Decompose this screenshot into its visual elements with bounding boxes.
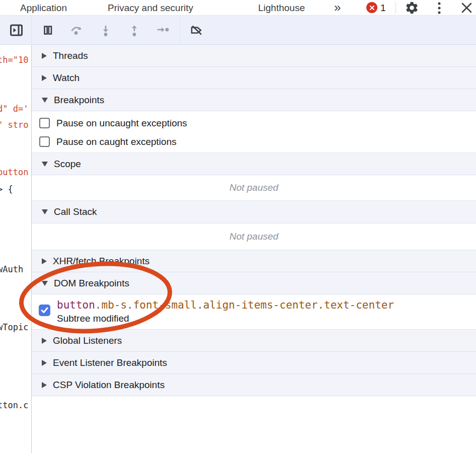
sources-panel-body: th="10 d" d=' " stro button > { wAuth wT… bbox=[0, 45, 476, 453]
chevron-right-icon bbox=[42, 382, 47, 388]
section-header-xhr-fetch-breakpoints[interactable]: XHR/fetch Breakpoints bbox=[32, 250, 476, 272]
tab-lighthouse[interactable]: Lighthouse bbox=[258, 0, 305, 16]
breakpoints-pane: Pause on uncaught exceptions Pause on ca… bbox=[32, 111, 476, 153]
section-title: Call Stack bbox=[54, 206, 97, 217]
sidebar-empty-space bbox=[32, 396, 476, 453]
chevron-right-icon bbox=[42, 338, 47, 344]
step-icon[interactable] bbox=[153, 21, 172, 40]
step-out-icon[interactable] bbox=[125, 21, 144, 40]
checkbox-label: Pause on caught exceptions bbox=[56, 136, 177, 147]
call-stack-status: Not paused bbox=[229, 231, 278, 242]
section-title: Breakpoints bbox=[54, 95, 104, 106]
dom-breakpoint-selector: button.mb-s.font-small.align-items-cente… bbox=[57, 298, 476, 312]
section-header-global-listeners[interactable]: Global Listeners bbox=[32, 330, 476, 352]
divider bbox=[31, 16, 32, 45]
debugger-sidebar: Threads Watch Breakpoints Pause on uncau… bbox=[32, 45, 476, 453]
chevron-right-icon bbox=[42, 258, 47, 264]
call-stack-pane: Not paused bbox=[32, 223, 476, 250]
dom-breakpoint-condition: Subtree modified bbox=[57, 312, 476, 325]
code-fragment: d" d=' bbox=[0, 104, 28, 114]
section-title: DOM Breakpoints bbox=[54, 278, 129, 289]
section-header-threads[interactable]: Threads bbox=[32, 45, 476, 67]
code-fragment: th="10 bbox=[0, 55, 28, 65]
section-header-breakpoints[interactable]: Breakpoints bbox=[32, 89, 476, 111]
code-fragment: > { bbox=[0, 184, 13, 194]
chevron-right-icon bbox=[42, 360, 47, 366]
close-icon[interactable] bbox=[460, 1, 473, 15]
code-fragment: wAuth bbox=[0, 264, 23, 274]
section-title: Threads bbox=[53, 50, 88, 61]
scope-status: Not paused bbox=[229, 182, 278, 193]
error-count: 1 bbox=[380, 0, 386, 16]
pause-caught-row[interactable]: Pause on caught exceptions bbox=[32, 132, 476, 151]
section-title: CSP Violation Breakpoints bbox=[53, 380, 165, 391]
section-header-dom-breakpoints[interactable]: DOM Breakpoints bbox=[32, 272, 476, 294]
section-header-call-stack[interactable]: Call Stack bbox=[32, 201, 476, 223]
chevron-down-icon bbox=[42, 281, 48, 286]
section-title: Event Listener Breakpoints bbox=[53, 357, 167, 368]
toggle-navigator-icon[interactable] bbox=[7, 21, 26, 40]
deactivate-breakpoints-icon[interactable] bbox=[187, 21, 206, 40]
chevron-down-icon bbox=[42, 98, 48, 103]
dom-breakpoint-text: button.mb-s.font-small.align-items-cente… bbox=[57, 294, 476, 325]
devtools-tab-bar: Application Privacy and security Lightho… bbox=[0, 0, 476, 16]
scope-pane: Not paused bbox=[32, 175, 476, 201]
pause-uncaught-checkbox[interactable] bbox=[39, 118, 50, 128]
section-title: XHR/fetch Breakpoints bbox=[53, 256, 149, 267]
pause-caught-checkbox[interactable] bbox=[39, 136, 50, 147]
section-title: Watch bbox=[53, 72, 80, 84]
tab-application[interactable]: Application bbox=[20, 0, 67, 16]
chevron-down-icon bbox=[42, 162, 48, 167]
section-header-csp-violation-breakpoints[interactable]: CSP Violation Breakpoints bbox=[32, 374, 476, 396]
section-title: Global Listeners bbox=[53, 335, 122, 346]
code-fragment: tton.c bbox=[0, 400, 28, 410]
step-into-icon[interactable] bbox=[96, 21, 115, 40]
checkbox-label: Pause on uncaught exceptions bbox=[56, 118, 187, 129]
more-tabs-icon[interactable]: » bbox=[334, 0, 341, 15]
step-over-icon[interactable] bbox=[67, 21, 86, 40]
code-fragment: wTopic bbox=[0, 322, 28, 332]
chevron-right-icon bbox=[42, 53, 47, 59]
tab-privacy-and-security[interactable]: Privacy and security bbox=[108, 0, 193, 16]
section-header-watch[interactable]: Watch bbox=[32, 67, 476, 89]
chevron-right-icon bbox=[42, 75, 47, 81]
selector-tag: button bbox=[57, 299, 95, 311]
section-header-event-listener-breakpoints[interactable]: Event Listener Breakpoints bbox=[32, 352, 476, 374]
devtools-window: Application Privacy and security Lightho… bbox=[0, 0, 476, 453]
source-editor-strip: th="10 d" d=' " stro button > { wAuth wT… bbox=[0, 45, 32, 453]
section-header-scope[interactable]: Scope bbox=[32, 153, 476, 175]
dom-breakpoint-checkbox[interactable] bbox=[39, 305, 50, 316]
code-fragment: button bbox=[0, 167, 28, 177]
dom-breakpoint-entry[interactable]: button.mb-s.font-small.align-items-cente… bbox=[32, 294, 476, 330]
settings-gear-icon[interactable] bbox=[405, 1, 419, 15]
section-title: Scope bbox=[54, 159, 81, 170]
selector-classes: .mb-s.font-small.align-items-center.text… bbox=[95, 299, 394, 311]
chevron-down-icon bbox=[42, 209, 48, 214]
pause-uncaught-row[interactable]: Pause on uncaught exceptions bbox=[32, 114, 476, 132]
divider bbox=[395, 2, 396, 14]
error-badge-icon[interactable] bbox=[366, 2, 377, 13]
code-fragment: " stro bbox=[0, 120, 28, 130]
pause-script-icon[interactable] bbox=[38, 21, 57, 40]
kebab-menu-icon[interactable] bbox=[436, 2, 443, 15]
debugger-toolbar bbox=[0, 16, 476, 45]
divider bbox=[180, 16, 180, 45]
